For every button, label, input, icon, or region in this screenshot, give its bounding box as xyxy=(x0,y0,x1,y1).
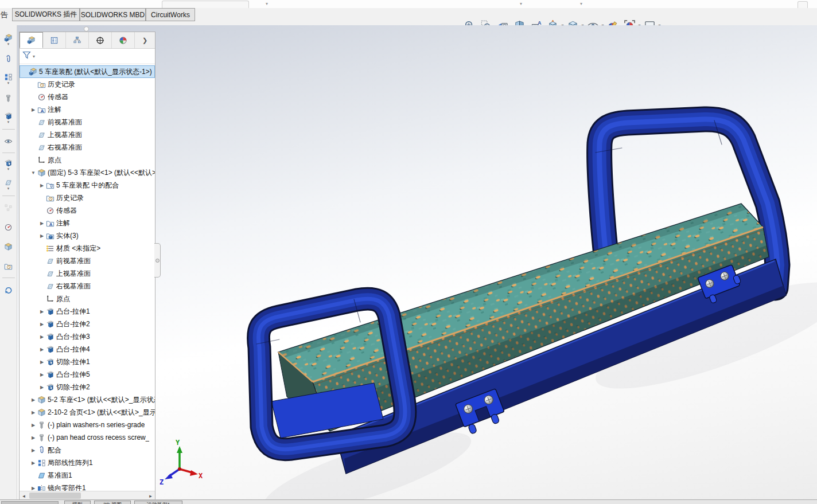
ribbon-tab-solidworks-插件[interactable]: SOLIDWORKS 插件 xyxy=(12,8,80,21)
tree-row[interactable]: ▶ 凸台-拉伸3 xyxy=(20,330,155,343)
tree-row[interactable]: ▶ 凸台-拉伸4 xyxy=(20,343,155,355)
exploded-view-button[interactable] xyxy=(1,198,16,217)
expand-toggle-icon[interactable]: ▶ xyxy=(29,486,37,491)
expand-toggle-icon[interactable]: ▶ xyxy=(29,107,37,112)
cut-icon xyxy=(46,358,56,366)
tree-row[interactable]: ▶(-) pan head cross recess screw_ xyxy=(20,431,155,444)
tree-row[interactable]: 原点 xyxy=(20,154,155,166)
motion-study-button[interactable] xyxy=(1,256,16,276)
expand-toggle-icon[interactable]: ▶ xyxy=(38,360,46,365)
expand-toggle-icon[interactable]: ▶ xyxy=(29,460,37,466)
expand-toggle-icon[interactable]: ▶ xyxy=(29,410,37,415)
tree-row[interactable]: ▶局部线性阵列1 xyxy=(20,456,155,469)
tree-row[interactable]: ▶ 切除-拉伸2 xyxy=(20,381,155,393)
panel-tabs-overflow-arrow[interactable]: ❯ xyxy=(135,32,155,48)
tree-item-label: 原点 xyxy=(48,155,61,165)
tree-row[interactable]: 上视基准面 xyxy=(20,267,155,280)
plane-icon xyxy=(46,282,56,291)
tree-row[interactable]: ▶镜向零部件1 xyxy=(20,482,155,491)
expand-toggle-icon[interactable]: ▶ xyxy=(38,309,46,314)
expand-toggle-icon[interactable]: ▶ xyxy=(38,347,46,352)
tree-row[interactable]: 原点 xyxy=(20,292,155,305)
matefolder-icon xyxy=(46,181,56,190)
expand-toggle-icon[interactable]: ▶ xyxy=(29,435,37,440)
expand-toggle-icon[interactable]: ▶ xyxy=(38,183,46,188)
ribbon-tab-solidworks-mbd[interactable]: SOLIDWORKS MBD xyxy=(80,8,146,21)
tree-row[interactable]: ▶ 凸台-拉伸2 xyxy=(20,318,155,330)
tree-row[interactable]: 右视基准面 xyxy=(20,141,155,154)
tree-row[interactable]: ▶ 切除-拉伸1 xyxy=(20,355,155,368)
tree-row[interactable]: 历史记录 xyxy=(20,192,155,204)
scroll-left-arrow[interactable]: ◂ xyxy=(20,493,28,499)
expand-toggle-icon[interactable]: ▼ xyxy=(29,170,37,175)
tree-row[interactable]: ▶5 车座装配 中的配合 xyxy=(20,179,155,192)
performance-evaluation-button[interactable] xyxy=(1,217,16,237)
insert-components-button[interactable]: ▾ xyxy=(1,30,16,49)
document-tab-2[interactable]: 3D 视图 xyxy=(94,501,131,504)
part-icon xyxy=(37,169,48,177)
tree-row[interactable]: 传感器 xyxy=(20,91,155,103)
smart-fasteners-button[interactable] xyxy=(1,88,16,108)
edit-component-button[interactable] xyxy=(1,237,16,256)
show-hidden-components-button[interactable] xyxy=(1,131,16,151)
expand-toggle-icon[interactable]: ▶ xyxy=(29,397,37,403)
tree-item-label: 注解 xyxy=(56,218,70,228)
tree-row[interactable]: 前视基准面 xyxy=(20,116,155,128)
expand-toggle-icon[interactable]: ▶ xyxy=(38,372,46,377)
update-model-button[interactable] xyxy=(1,280,16,299)
document-tab-1[interactable]: 模型 xyxy=(64,501,91,504)
tree-row[interactable]: 5 车座装配 (默认<默认_显示状态-1>) xyxy=(20,65,155,78)
panel-tab-propertymanager[interactable] xyxy=(43,32,66,48)
tree-row[interactable]: ▶(-) plain washers-n series-grade xyxy=(20,419,155,431)
tree-row[interactable]: 上视基准面 xyxy=(20,128,155,141)
panel-tab-dimxpertmanager[interactable] xyxy=(89,32,112,48)
mate-button[interactable] xyxy=(1,49,16,69)
tree-row[interactable]: ▶A注解 xyxy=(20,217,155,229)
clipped-tab-text[interactable]: 告 xyxy=(1,10,8,20)
scrollbar-thumb[interactable] xyxy=(29,493,81,499)
assembly-features-button[interactable]: ▾ xyxy=(1,155,16,174)
filter-funnel-icon[interactable] xyxy=(22,50,32,62)
tree-row[interactable]: ▶ 实体(3) xyxy=(20,229,155,242)
reference-geometry-button[interactable]: ▾ xyxy=(1,174,16,194)
expand-toggle-icon[interactable]: ▶ xyxy=(29,448,37,453)
tree-row[interactable]: 右视基准面 xyxy=(20,280,155,292)
expand-toggle-icon[interactable]: ▶ xyxy=(38,233,46,239)
tree-filter-row: ▾ xyxy=(20,49,155,64)
tree-row[interactable]: ▶配合 xyxy=(20,444,155,456)
panel-tab-displaymanager[interactable] xyxy=(112,32,135,48)
tree-row[interactable]: 历史记录 xyxy=(20,78,155,91)
tree-row[interactable]: ▶ 2-10-2 合页<1> (默认<<默认>_显示状态-1>) xyxy=(20,406,155,419)
tree-row[interactable]: 前视基准面 xyxy=(20,255,155,267)
move-component-button[interactable]: ▾ xyxy=(1,108,16,127)
tree-horizontal-scrollbar[interactable]: ◂ ▸ xyxy=(20,491,155,500)
filter-dropdown-caret-icon[interactable]: ▾ xyxy=(33,54,35,59)
tree-item-label: 注解 xyxy=(48,105,61,115)
document-tab-3[interactable]: 运动算例1 xyxy=(134,501,182,504)
tree-row[interactable]: ▶A注解 xyxy=(20,103,155,116)
toolbar-separator xyxy=(2,196,15,196)
tree-row[interactable]: 传感器 xyxy=(20,204,155,217)
tree-item-label: 5-2 车座<1> (默认<<默认>_显示状态-1>) xyxy=(48,395,155,405)
tree-row[interactable]: ▶ 凸台-拉伸1 xyxy=(20,305,155,318)
panel-splitter-handle[interactable] xyxy=(154,243,161,278)
expand-toggle-icon[interactable]: ▶ xyxy=(38,221,46,226)
tree-row[interactable]: ▶ 5-2 车座<1> (默认<<默认>_显示状态-1>) xyxy=(20,393,155,406)
expand-toggle-icon[interactable]: ▶ xyxy=(38,385,46,390)
annot-icon: A xyxy=(46,219,56,228)
tree-item-label: 上视基准面 xyxy=(48,130,82,140)
scroll-right-arrow[interactable]: ▸ xyxy=(146,493,155,499)
tree-row[interactable]: ▼ (固定) 5-3 车座架<1> (默认<<默认>_显示状态-1>) xyxy=(20,166,155,179)
expand-toggle-icon[interactable]: ▶ xyxy=(38,334,46,339)
panel-tab-featuremanager-design-tree[interactable] xyxy=(20,32,43,48)
component-pattern-button[interactable]: ▾ xyxy=(1,69,16,88)
expand-toggle-icon[interactable]: ▶ xyxy=(29,423,37,428)
expand-toggle-icon[interactable]: ▶ xyxy=(38,322,46,327)
triad-x-label: X xyxy=(199,472,203,480)
panel-drag-dot[interactable] xyxy=(84,26,89,32)
ribbon-tab-circuitworks[interactable]: CircuitWorks xyxy=(146,8,195,21)
panel-tab-configurationmanager[interactable] xyxy=(66,32,89,48)
tree-row[interactable]: 基准面1 xyxy=(20,469,155,482)
tree-row[interactable]: 材质 <未指定> xyxy=(20,242,155,255)
tree-row[interactable]: ▶ 凸台-拉伸5 xyxy=(20,368,155,381)
